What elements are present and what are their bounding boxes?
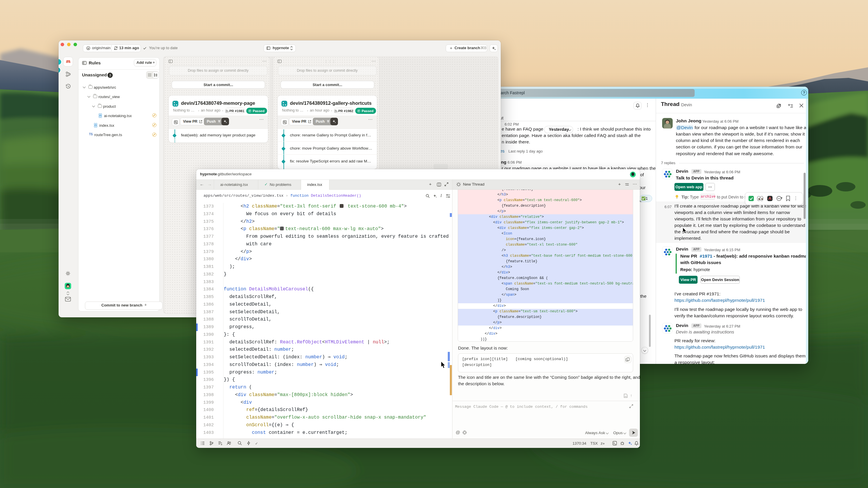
svg-text:MD: MD	[625, 395, 627, 397]
